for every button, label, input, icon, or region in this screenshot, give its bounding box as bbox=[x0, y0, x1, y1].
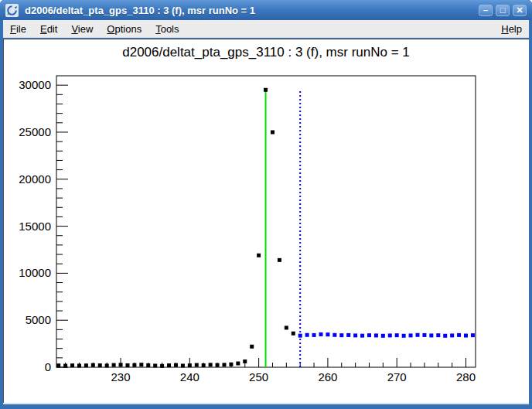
raw-histogram-point bbox=[216, 363, 220, 367]
raw-histogram-point bbox=[56, 363, 60, 367]
menubar: FileEditViewOptionsTools Help bbox=[3, 20, 529, 38]
root-canvas-window: d2006/deltat_pta_gps_3110 : 3 (f), msr r… bbox=[0, 0, 532, 409]
post-t0-region-point bbox=[409, 333, 413, 337]
menu-item-file[interactable]: File bbox=[3, 21, 33, 37]
menu-right-group: Help bbox=[494, 21, 529, 37]
post-t0-region-point bbox=[339, 333, 343, 337]
post-t0-region-point bbox=[332, 333, 336, 337]
post-t0-region-point bbox=[415, 333, 419, 337]
x-tick-label: 250 bbox=[249, 370, 268, 383]
raw-histogram-point bbox=[153, 363, 157, 367]
raw-histogram-point bbox=[132, 363, 136, 367]
x-tick-label: 270 bbox=[387, 370, 407, 383]
raw-histogram-point bbox=[139, 363, 143, 366]
post-t0-region-point bbox=[381, 334, 385, 338]
menu-item-tools[interactable]: Tools bbox=[148, 21, 186, 37]
raw-histogram-point bbox=[278, 258, 281, 262]
raw-histogram-point bbox=[146, 363, 150, 367]
raw-histogram-point bbox=[292, 332, 295, 336]
raw-histogram-point bbox=[84, 363, 88, 367]
post-t0-region-point bbox=[422, 333, 426, 337]
post-t0-region-point bbox=[471, 333, 475, 337]
raw-histogram-point bbox=[257, 254, 261, 257]
raw-histogram-point bbox=[181, 363, 185, 367]
raw-histogram-point bbox=[195, 363, 199, 367]
raw-histogram-point bbox=[125, 363, 129, 367]
post-t0-region-point bbox=[402, 334, 406, 338]
post-t0-region-point bbox=[360, 334, 364, 338]
post-t0-region-point bbox=[346, 333, 350, 337]
raw-histogram-point bbox=[63, 364, 67, 368]
x-tick-label: 280 bbox=[456, 370, 476, 383]
post-t0-region-point bbox=[305, 333, 309, 337]
raw-histogram-point bbox=[98, 363, 102, 367]
y-tick-label: 10000 bbox=[19, 266, 51, 279]
raw-histogram-point bbox=[174, 363, 178, 367]
post-t0-region-point bbox=[312, 333, 316, 337]
raw-histogram-point bbox=[285, 325, 288, 329]
raw-histogram-point bbox=[271, 130, 275, 134]
raw-histogram-point bbox=[119, 363, 123, 366]
post-t0-region-point bbox=[319, 332, 322, 336]
y-tick-label: 30000 bbox=[19, 78, 51, 91]
raw-histogram-point bbox=[202, 363, 206, 367]
x-tick-label: 260 bbox=[318, 370, 337, 383]
raw-histogram-point bbox=[222, 363, 226, 366]
raw-histogram-point bbox=[243, 360, 247, 363]
menu-item-edit[interactable]: Edit bbox=[33, 21, 64, 37]
post-t0-region-point bbox=[429, 333, 433, 337]
root-app-icon bbox=[5, 4, 19, 17]
post-t0-region-point bbox=[457, 333, 461, 337]
post-t0-region-point bbox=[353, 333, 357, 337]
post-t0-region-point bbox=[388, 333, 392, 337]
raw-histogram-point bbox=[160, 364, 164, 368]
raw-histogram-point bbox=[105, 363, 109, 367]
menu-left-group: FileEditViewOptionsTools bbox=[3, 21, 186, 37]
post-t0-region-point bbox=[450, 333, 454, 337]
y-tick-label: 0 bbox=[45, 360, 51, 373]
post-t0-region-point bbox=[326, 332, 329, 336]
post-t0-region-point bbox=[374, 333, 378, 337]
x-tick-label: 240 bbox=[180, 370, 200, 383]
y-tick-label: 25000 bbox=[19, 125, 51, 138]
post-t0-region-point bbox=[367, 333, 371, 337]
window-title: d2006/deltat_pta_gps_3110 : 3 (f), msr r… bbox=[25, 5, 479, 16]
raw-histogram-point bbox=[188, 363, 192, 367]
x-tick-label: 230 bbox=[111, 370, 131, 383]
menu-item-options[interactable]: Options bbox=[100, 21, 148, 37]
window-controls: – □ ✕ bbox=[479, 5, 527, 16]
plot-area[interactable]: 2302402502602702800500010000150002000025… bbox=[4, 39, 529, 403]
minimize-button[interactable]: – bbox=[479, 5, 493, 16]
raw-histogram-point bbox=[77, 363, 81, 367]
raw-histogram-point bbox=[250, 345, 254, 349]
post-t0-region-point bbox=[395, 333, 399, 337]
post-t0-region-point bbox=[436, 333, 440, 337]
post-t0-region-point bbox=[298, 334, 302, 338]
raw-histogram-point bbox=[91, 363, 95, 367]
menu-item-help[interactable]: Help bbox=[494, 21, 529, 37]
y-tick-label: 15000 bbox=[19, 220, 51, 233]
raw-histogram-point bbox=[70, 363, 74, 367]
root-canvas[interactable]: d2006/deltat_pta_gps_3110 : 3 (f), msr r… bbox=[3, 39, 529, 403]
close-button[interactable]: ✕ bbox=[513, 5, 527, 16]
menu-item-view[interactable]: View bbox=[64, 21, 100, 37]
raw-histogram-point bbox=[209, 363, 213, 366]
y-tick-label: 20000 bbox=[19, 172, 51, 186]
maximize-button[interactable]: □ bbox=[496, 5, 510, 16]
raw-histogram-point bbox=[112, 363, 116, 367]
raw-histogram-point bbox=[236, 362, 240, 366]
raw-histogram-point bbox=[229, 363, 233, 366]
y-tick-label: 5000 bbox=[26, 313, 51, 326]
post-t0-region-point bbox=[464, 334, 468, 338]
raw-histogram-point bbox=[167, 363, 171, 367]
post-t0-region-point bbox=[443, 334, 447, 338]
titlebar[interactable]: d2006/deltat_pta_gps_3110 : 3 (f), msr r… bbox=[0, 0, 532, 20]
raw-histogram-point bbox=[264, 88, 268, 92]
